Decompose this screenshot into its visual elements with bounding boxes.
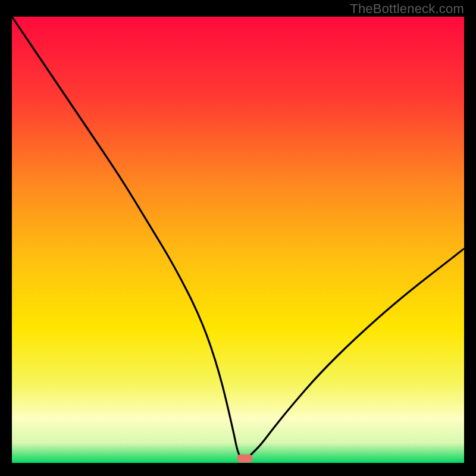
gradient-background (12, 17, 464, 463)
plot-area (12, 17, 464, 463)
chart-frame: TheBottleneck.com (0, 0, 476, 476)
optimal-marker (237, 455, 252, 463)
chart-svg (12, 17, 464, 463)
watermark-text: TheBottleneck.com (350, 1, 464, 17)
